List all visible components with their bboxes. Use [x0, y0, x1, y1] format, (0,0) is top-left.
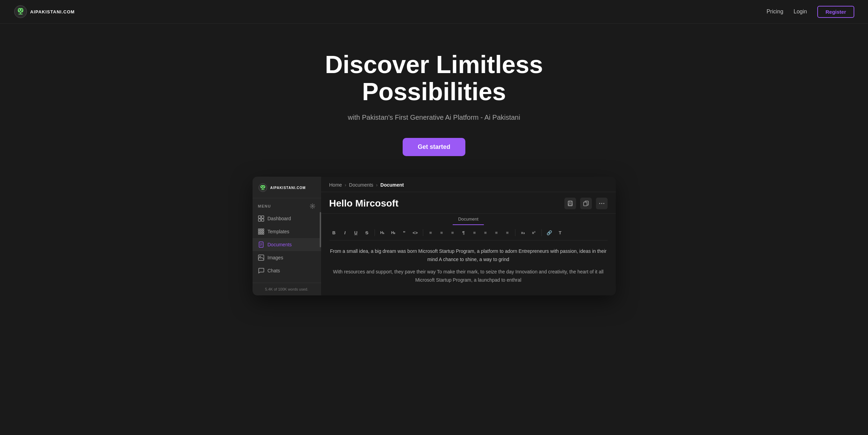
svg-rect-42: [584, 202, 587, 206]
sidebar-logo-text: AIPAKISTANI.COM: [270, 186, 306, 190]
toolbar-code[interactable]: <>: [411, 228, 420, 237]
navbar-links: Pricing Login Register: [767, 6, 854, 18]
breadcrumb: Home › Documents › Document: [321, 177, 616, 192]
svg-rect-40: [569, 204, 572, 205]
toolbar-underline[interactable]: U: [351, 228, 361, 237]
svg-point-44: [601, 203, 602, 204]
app-window: AIPAKISTANI.COM MENU: [253, 177, 616, 295]
toolbar-strikethrough[interactable]: S: [362, 228, 372, 237]
svg-point-45: [603, 203, 604, 204]
svg-rect-16: [260, 186, 261, 188]
svg-point-12: [263, 186, 264, 187]
navbar-logo: AIPAKISTANI.COM: [14, 5, 75, 19]
register-button[interactable]: Register: [817, 6, 854, 18]
toolbar-link[interactable]: 🔗: [545, 228, 554, 237]
navbar-logo-text: AIPAKISTANI.COM: [30, 9, 75, 14]
toolbar-h1[interactable]: H₁: [378, 228, 387, 237]
svg-rect-24: [260, 229, 262, 230]
editor-tab[interactable]: Document: [453, 214, 484, 225]
toolbar-superscript[interactable]: x²: [529, 228, 539, 237]
svg-rect-14: [262, 188, 263, 189]
editor-body[interactable]: From a small idea, a big dream was born …: [329, 240, 608, 295]
toolbar-align-center[interactable]: ≡: [481, 228, 490, 237]
toolbar-align-right[interactable]: ≡: [492, 228, 501, 237]
hero-subtitle: with Pakistan's First Generative Ai Plat…: [348, 114, 520, 121]
toolbar-bold[interactable]: B: [329, 228, 339, 237]
svg-point-18: [312, 205, 313, 207]
images-icon: [258, 255, 264, 261]
svg-rect-6: [19, 14, 23, 14]
svg-rect-31: [262, 233, 264, 234]
nav-pricing[interactable]: Pricing: [767, 9, 783, 15]
toolbar-italic[interactable]: I: [340, 228, 350, 237]
breadcrumb-current: Document: [380, 182, 404, 188]
doc-actions: [564, 198, 608, 209]
sidebar-items: Dashboard: [253, 212, 321, 277]
editor-toolbar: B I U S H₁ H₂ " <> ≡ ≡ ≡ ¶ ≡: [329, 225, 608, 240]
toolbar-quote[interactable]: ": [400, 228, 409, 237]
words-used-text: 5.4K of 100K words used.: [265, 287, 308, 291]
toolbar-indent-out[interactable]: ≡: [448, 228, 457, 237]
sidebar-item-templates-label: Templates: [268, 229, 290, 234]
toolbar-para[interactable]: ¶: [459, 228, 468, 237]
chats-icon: [258, 268, 264, 274]
sidebar-item-documents-label: Documents: [268, 242, 292, 247]
svg-point-43: [599, 203, 600, 204]
sidebar-menu-label: MENU: [258, 204, 271, 208]
sidebar-item-dashboard[interactable]: Dashboard: [253, 212, 321, 225]
breadcrumb-home[interactable]: Home: [329, 182, 342, 188]
main-content: Home › Documents › Document Hello Mircos…: [321, 177, 616, 295]
svg-point-11: [261, 186, 262, 187]
svg-rect-8: [22, 9, 23, 11]
get-started-button[interactable]: Get started: [403, 138, 465, 156]
toolbar-clear-format[interactable]: T: [555, 228, 565, 237]
svg-rect-15: [261, 189, 265, 190]
sidebar-menu-settings-icon[interactable]: [309, 203, 316, 209]
toolbar-sep-4: [541, 229, 542, 236]
editor-paragraph-2: With resources and support, they pave th…: [329, 268, 608, 284]
toolbar-sep-1: [375, 229, 375, 236]
hero-title: Discover Limitless Possibilities: [280, 51, 588, 105]
toolbar-subscript[interactable]: x₂: [518, 228, 528, 237]
toolbar-ul[interactable]: ≡: [426, 228, 436, 237]
svg-rect-17: [265, 186, 265, 188]
sidebar-item-documents[interactable]: Documents: [253, 238, 321, 251]
sidebar-item-chats-label: Chats: [268, 268, 280, 273]
svg-rect-4: [20, 11, 22, 12]
navbar: AIPAKISTANI.COM Pricing Login Register: [0, 0, 868, 24]
save-icon: [567, 201, 573, 206]
svg-rect-30: [260, 233, 262, 234]
toolbar-align-left[interactable]: ≡: [470, 228, 479, 237]
toolbar-ol[interactable]: ≡: [437, 228, 447, 237]
svg-rect-26: [258, 231, 260, 232]
sidebar-menu-header: MENU: [253, 198, 321, 212]
hero-section: Discover Limitless Possibilities with Pa…: [0, 24, 868, 316]
toolbar-h2[interactable]: H₂: [389, 228, 398, 237]
svg-rect-22: [261, 219, 264, 221]
svg-rect-13: [262, 187, 264, 188]
doc-title: Hello Mircosoft: [329, 198, 399, 209]
sidebar-item-dashboard-label: Dashboard: [268, 216, 291, 221]
copy-doc-button[interactable]: [580, 198, 592, 209]
sidebar-item-templates[interactable]: Templates: [253, 225, 321, 238]
templates-icon: [258, 228, 264, 235]
save-doc-button[interactable]: [564, 198, 576, 209]
toolbar-align-justify[interactable]: ≡: [503, 228, 512, 237]
svg-rect-21: [258, 219, 261, 221]
more-options-button[interactable]: [596, 198, 608, 209]
more-icon: [599, 203, 604, 204]
toolbar-sep-3: [515, 229, 515, 236]
sidebar-items-wrapper: Dashboard: [253, 212, 321, 282]
app-preview: AIPAKISTANI.COM MENU: [14, 177, 854, 295]
documents-icon: [258, 242, 264, 248]
sidebar-item-images[interactable]: Images: [253, 251, 321, 264]
nav-login[interactable]: Login: [794, 9, 807, 15]
svg-rect-5: [20, 12, 21, 14]
editor-paragraph-1: From a small idea, a big dream was born …: [329, 247, 608, 264]
sidebar-item-chats[interactable]: Chats: [253, 264, 321, 277]
svg-rect-27: [260, 231, 262, 232]
breadcrumb-documents[interactable]: Documents: [349, 182, 374, 188]
sidebar-footer: 5.4K of 100K words used.: [253, 283, 321, 295]
svg-rect-19: [258, 216, 261, 218]
navbar-logo-icon: [14, 5, 27, 19]
